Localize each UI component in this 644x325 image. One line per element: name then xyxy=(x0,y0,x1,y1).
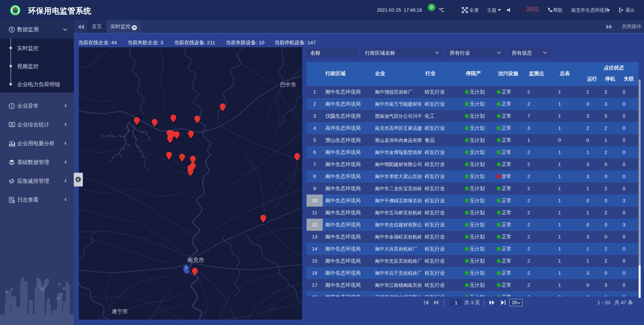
svg-text:遂宁市: 遂宁市 xyxy=(112,309,128,314)
svg-text:巴中市: 巴中市 xyxy=(280,82,296,88)
svg-text:南充市: 南充市 xyxy=(187,257,204,263)
